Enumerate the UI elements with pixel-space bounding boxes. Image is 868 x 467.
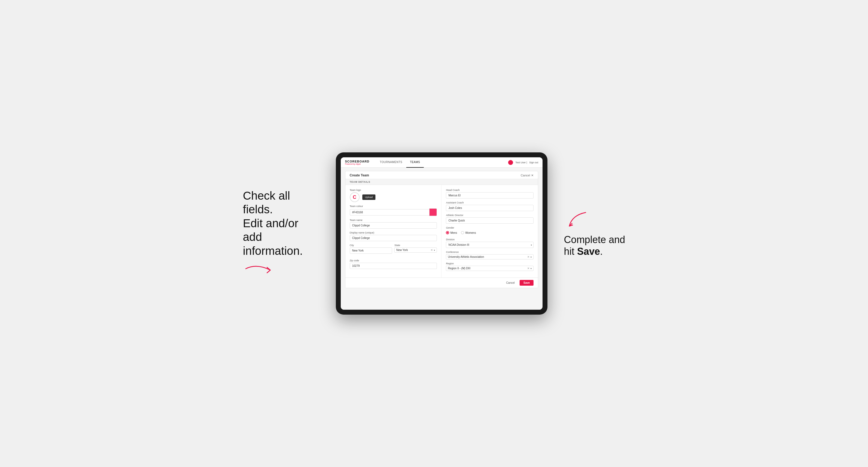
conference-value: University Athletic Association xyxy=(448,255,484,258)
team-logo-group: Team logo C Upload xyxy=(350,189,437,202)
athletic-director-group: Athletic Director xyxy=(446,214,533,224)
nav-bar: SCOREBOARD Powered by clippd TOURNAMENTS… xyxy=(341,157,543,168)
team-colour-label: Team colour xyxy=(350,205,437,208)
avatar xyxy=(508,160,513,165)
region-value: Region II - (M) DIII xyxy=(448,267,470,270)
division-label: Division xyxy=(446,238,533,241)
conference-label: Conference xyxy=(446,251,533,253)
tab-tournaments[interactable]: TOURNAMENTS xyxy=(376,157,406,168)
team-name-group: Team name xyxy=(350,219,437,228)
gender-radio-group: Mens Womens xyxy=(446,230,533,236)
tablet-screen: SCOREBOARD Powered by clippd TOURNAMENTS… xyxy=(341,157,543,310)
conference-chevron-icon: ▾ xyxy=(530,256,532,258)
city-label: City xyxy=(350,244,392,247)
nav-user: Test User | Sign out xyxy=(508,160,538,165)
region-chevron-icon: ▾ xyxy=(530,267,532,270)
athletic-director-input[interactable] xyxy=(446,217,533,224)
cancel-top-label: Cancel xyxy=(521,174,530,177)
main-content: Create Team Cancel ✕ TEAM DETAILS xyxy=(341,168,543,310)
region-select[interactable]: Region II - (M) DIII ✕ ▾ xyxy=(446,266,533,271)
city-state-row: City State New York ✕ ▾ xyxy=(350,244,437,256)
conference-group: Conference University Athletic Associati… xyxy=(446,251,533,259)
annotation-line2: Edit and/or add xyxy=(243,217,299,243)
display-name-label: Display name (unique) xyxy=(350,231,437,234)
mens-radio-dot[interactable] xyxy=(446,231,449,234)
team-logo-label: Team logo xyxy=(350,189,437,191)
close-icon[interactable]: ✕ xyxy=(531,174,533,177)
right-arrow-icon xyxy=(564,210,591,231)
city-input[interactable] xyxy=(350,247,392,254)
state-clear-icon[interactable]: ✕ xyxy=(431,249,433,251)
head-coach-input[interactable] xyxy=(446,192,533,198)
logo-letter: C xyxy=(353,194,356,200)
annotation-line3: information. xyxy=(243,244,303,257)
colour-row xyxy=(350,208,437,216)
logo-preview: C xyxy=(350,192,360,202)
save-button[interactable]: Save xyxy=(520,280,533,286)
state-label: State xyxy=(394,244,437,247)
upload-button[interactable]: Upload xyxy=(362,194,376,200)
tab-teams[interactable]: TEAMS xyxy=(406,157,424,168)
gender-mens-radio[interactable]: Mens xyxy=(446,231,457,234)
city-group: City xyxy=(350,244,392,254)
region-label: Region xyxy=(446,262,533,265)
state-value: New York xyxy=(396,249,408,251)
sign-out-link[interactable]: Sign out xyxy=(529,161,538,164)
form-title: Create Team xyxy=(350,174,369,177)
assistant-coach-input[interactable] xyxy=(446,205,533,211)
team-name-label: Team name xyxy=(350,219,437,221)
zip-label: Zip code xyxy=(350,259,437,262)
annotation-complete: Complete and xyxy=(564,234,625,245)
logo-area: C Upload xyxy=(350,192,437,202)
gender-mens-label: Mens xyxy=(450,231,457,234)
user-name: Test User | xyxy=(515,161,527,164)
colour-swatch[interactable] xyxy=(429,208,437,216)
form-title-row: Create Team Cancel ✕ xyxy=(345,171,538,179)
head-coach-group: Head Coach xyxy=(446,189,533,198)
zip-input[interactable] xyxy=(350,263,437,269)
gender-group: Gender Mens Womens xyxy=(446,226,533,236)
assistant-coach-group: Assistant Coach xyxy=(446,201,533,211)
gender-womens-radio[interactable]: Womens xyxy=(461,231,476,234)
display-name-input[interactable] xyxy=(350,235,437,241)
division-group: Division NCAA Division III ▾ xyxy=(446,238,533,248)
team-colour-input[interactable] xyxy=(350,209,430,216)
state-select[interactable]: New York ✕ ▾ xyxy=(394,247,437,253)
state-chevron-icon: ▾ xyxy=(434,249,435,251)
team-name-input[interactable] xyxy=(350,222,437,228)
nav-tabs: TOURNAMENTS TEAMS xyxy=(376,157,508,168)
division-select[interactable]: NCAA Division III xyxy=(446,242,533,248)
brand-name: SCOREBOARD xyxy=(345,160,369,163)
form-left: Team logo C Upload Team colo xyxy=(345,185,442,277)
division-select-wrapper: NCAA Division III ▾ xyxy=(446,242,533,248)
form-right: Head Coach Assistant Coach Athletic Dire… xyxy=(441,185,538,277)
womens-radio-dot[interactable] xyxy=(461,231,464,234)
conference-select[interactable]: University Athletic Association ✕ ▾ xyxy=(446,254,533,259)
display-name-group: Display name (unique) xyxy=(350,231,437,241)
form-footer: Cancel Save xyxy=(345,277,538,288)
form-body: Team logo C Upload Team colo xyxy=(345,185,538,277)
team-colour-group: Team colour xyxy=(350,205,437,216)
brand-sub: Powered by clippd xyxy=(345,163,369,165)
nav-logo: SCOREBOARD Powered by clippd xyxy=(345,160,369,165)
cancel-top-button[interactable]: Cancel ✕ xyxy=(521,174,533,177)
section-label: TEAM DETAILS xyxy=(345,179,538,185)
conference-clear-icon[interactable]: ✕ xyxy=(527,255,529,258)
annotation-line1: Check all fields. xyxy=(243,189,290,216)
gender-womens-label: Womens xyxy=(465,231,476,234)
tablet-frame: SCOREBOARD Powered by clippd TOURNAMENTS… xyxy=(336,152,548,315)
cancel-button[interactable]: Cancel xyxy=(503,280,518,286)
gender-label: Gender xyxy=(446,226,533,229)
right-annotation: Complete and hit Save. xyxy=(564,210,625,257)
head-coach-label: Head Coach xyxy=(446,189,533,191)
form-container: Create Team Cancel ✕ TEAM DETAILS xyxy=(345,171,538,288)
state-group: State New York ✕ ▾ xyxy=(394,244,437,254)
region-group: Region Region II - (M) DIII ✕ ▾ xyxy=(446,262,533,271)
left-annotation: Check all fields. Edit and/or add inform… xyxy=(243,189,319,278)
athletic-director-label: Athletic Director xyxy=(446,214,533,217)
region-clear-icon[interactable]: ✕ xyxy=(527,267,529,270)
assistant-coach-label: Assistant Coach xyxy=(446,201,533,204)
annotation-hit: hit Save. xyxy=(564,246,602,257)
left-arrow-icon xyxy=(243,260,276,277)
zip-group: Zip code xyxy=(350,259,437,269)
